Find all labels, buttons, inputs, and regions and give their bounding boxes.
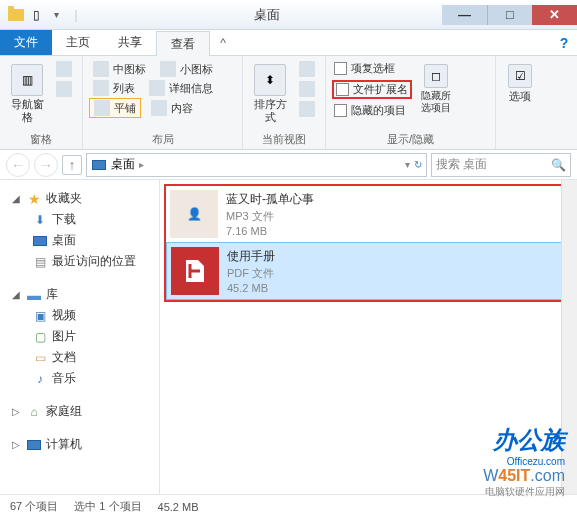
refresh-icon[interactable]: ↻	[414, 159, 422, 170]
tree-videos[interactable]: ▣视频	[4, 305, 155, 326]
details-pane-button[interactable]	[52, 80, 76, 98]
preview-icon	[56, 61, 72, 77]
breadcrumb[interactable]: 桌面 ▸ ▾ ↻	[86, 153, 427, 177]
group-icon	[299, 61, 315, 77]
checkbox-icon	[334, 104, 347, 117]
tab-file[interactable]: 文件	[0, 30, 52, 55]
group-by-button[interactable]	[295, 60, 319, 78]
medium-icons-button[interactable]: 中图标	[89, 60, 150, 78]
back-button[interactable]: ←	[6, 153, 30, 177]
ribbon-group-options: ☑ 选项	[496, 56, 544, 149]
tab-share[interactable]: 共享	[104, 30, 156, 55]
status-size: 45.2 MB	[158, 501, 199, 513]
recent-icon: ▤	[32, 254, 48, 270]
list-button[interactable]: 列表	[89, 79, 139, 97]
collapse-icon: ◢	[12, 193, 22, 204]
qat-icon[interactable]: ▯	[28, 7, 44, 23]
hidden-items-toggle[interactable]: 隐藏的项目	[332, 102, 412, 119]
group-label-pane: 窗格	[6, 130, 76, 147]
search-placeholder: 搜索 桌面	[436, 156, 487, 173]
tree-recent[interactable]: ▤最近访问的位置	[4, 251, 155, 272]
watermark-brand2: W45IT.com	[483, 467, 565, 485]
tab-view[interactable]: 查看	[156, 31, 210, 56]
tree-computer[interactable]: ▷计算机	[4, 434, 155, 455]
location-icon	[91, 157, 107, 173]
nav-tree: ◢★收藏夹 ⬇下载 桌面 ▤最近访问的位置 ◢▬库 ▣视频 ▢图片 ▭文档 ♪音…	[0, 180, 160, 494]
watermark-brand1: 办公族	[483, 424, 565, 456]
maximize-button[interactable]: □	[487, 5, 532, 25]
small-icons-icon	[160, 61, 176, 77]
options-button[interactable]: ☑ 选项	[502, 60, 538, 103]
expand-icon: ▷	[12, 439, 22, 450]
content-icon	[151, 100, 167, 116]
picture-icon: ▢	[32, 329, 48, 345]
hide-selected-button[interactable]: ◻ 隐藏所选项目	[418, 60, 454, 114]
forward-button[interactable]: →	[34, 153, 58, 177]
video-icon: ▣	[32, 308, 48, 324]
ribbon-group-layout: 中图标 小图标 列表 详细信息 平铺 内容 布局	[83, 56, 243, 149]
add-columns-button[interactable]	[295, 80, 319, 98]
tree-libraries[interactable]: ◢▬库	[4, 284, 155, 305]
file-item[interactable]: 使用手册 PDF 文件 45.2 MB	[166, 242, 571, 300]
file-extensions-toggle[interactable]: 文件扩展名	[332, 80, 412, 99]
document-icon: ▭	[32, 350, 48, 366]
qat-dropdown-icon[interactable]: ▾	[48, 7, 64, 23]
help-button[interactable]: ?	[551, 30, 577, 55]
nav-pane-icon: ▥	[11, 64, 43, 96]
minimize-button[interactable]: —	[442, 5, 487, 25]
group-label-current-view: 当前视图	[249, 130, 319, 147]
close-button[interactable]: ✕	[532, 5, 577, 25]
fit-icon	[299, 101, 315, 117]
preview-pane-button[interactable]	[52, 60, 76, 78]
group-label-show-hide: 显示/隐藏	[332, 130, 489, 147]
chevron-right-icon[interactable]: ▸	[139, 159, 144, 170]
search-icon: 🔍	[551, 158, 566, 172]
homegroup-icon: ⌂	[26, 404, 42, 420]
columns-icon	[299, 81, 315, 97]
tiles-icon	[94, 100, 110, 116]
details-button[interactable]: 详细信息	[145, 79, 217, 97]
ribbon-group-current-view: ⬍ 排序方式 当前视图	[243, 56, 326, 149]
tiles-button[interactable]: 平铺	[89, 98, 141, 118]
tree-music[interactable]: ♪音乐	[4, 368, 155, 389]
ribbon-group-pane: ▥ 导航窗格 窗格	[0, 56, 83, 149]
fit-columns-button[interactable]	[295, 100, 319, 118]
hide-icon: ◻	[424, 64, 448, 88]
separator-icon: |	[68, 7, 84, 23]
breadcrumb-location: 桌面	[111, 156, 135, 173]
chevron-down-icon[interactable]: ▾	[405, 159, 410, 170]
file-size: 7.16 MB	[226, 225, 314, 237]
options-icon: ☑	[508, 64, 532, 88]
status-selected: 选中 1 个项目	[74, 499, 141, 514]
file-item[interactable]: 👤 蓝又时-孤单心事 MP3 文件 7.16 MB	[166, 186, 571, 242]
pdf-thumbnail	[171, 247, 219, 295]
expand-icon: ▷	[12, 406, 22, 417]
file-size: 45.2 MB	[227, 282, 275, 294]
watermark-brand2-sub: 电脑软硬件应用网	[483, 485, 565, 499]
ribbon: ▥ 导航窗格 窗格 中图标 小图标 列表 详细信息 平铺 内容 布	[0, 56, 577, 150]
window-controls: — □ ✕	[442, 5, 577, 25]
nav-pane-button[interactable]: ▥ 导航窗格	[6, 60, 48, 124]
up-button[interactable]: ↑	[62, 155, 82, 175]
tree-downloads[interactable]: ⬇下载	[4, 209, 155, 230]
details-view-icon	[149, 80, 165, 96]
checkbox-icon	[336, 83, 349, 96]
search-input[interactable]: 搜索 桌面 🔍	[431, 153, 571, 177]
tree-documents[interactable]: ▭文档	[4, 347, 155, 368]
tree-desktop[interactable]: 桌面	[4, 230, 155, 251]
status-total: 67 个项目	[10, 499, 58, 514]
tree-pictures[interactable]: ▢图片	[4, 326, 155, 347]
small-icons-button[interactable]: 小图标	[156, 60, 217, 78]
tree-homegroup[interactable]: ▷⌂家庭组	[4, 401, 155, 422]
sort-button[interactable]: ⬍ 排序方式	[249, 60, 291, 124]
ribbon-collapse-button[interactable]: ^	[210, 30, 236, 55]
details-icon	[56, 81, 72, 97]
content-button[interactable]: 内容	[147, 98, 197, 118]
tree-favorites[interactable]: ◢★收藏夹	[4, 188, 155, 209]
tab-home[interactable]: 主页	[52, 30, 104, 55]
desktop-icon	[32, 233, 48, 249]
medium-icons-icon	[93, 61, 109, 77]
item-checkboxes-toggle[interactable]: 项复选框	[332, 60, 412, 77]
library-icon: ▬	[26, 287, 42, 303]
file-name: 蓝又时-孤单心事	[226, 191, 314, 208]
